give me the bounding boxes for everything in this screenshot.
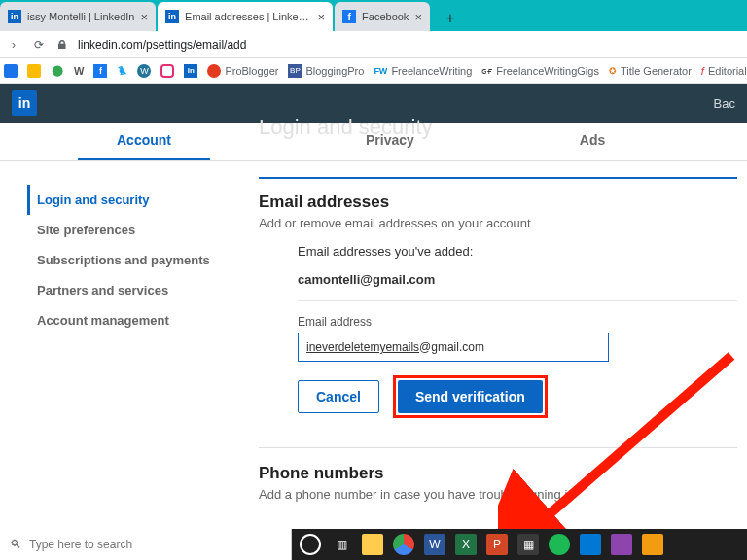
new-tab-button[interactable]: + <box>438 6 463 31</box>
windows-taskbar: 🔍︎ Type here to search ▥ W X P ▦ <box>0 529 747 560</box>
taskbar-tray: ▥ W X P ▦ <box>292 529 747 560</box>
bookmark-item[interactable]: FWFreelanceWriting <box>374 65 472 77</box>
app-icon[interactable] <box>642 534 663 555</box>
cortana-icon[interactable] <box>300 534 321 555</box>
linkedin-icon: in <box>165 10 179 23</box>
email-input-value: ineverdeletemyemails@gmail.com <box>306 340 484 354</box>
sidebar-item-site-prefs[interactable]: Site preferences <box>27 215 243 245</box>
sidebar: Login and security Site preferences Subs… <box>0 161 243 531</box>
phone-title: Phone numbers <box>259 464 737 483</box>
word-icon[interactable]: W <box>424 534 445 555</box>
reload-icon[interactable]: ⟳ <box>31 38 47 52</box>
bookmark-item[interactable]: ProBlogger <box>207 64 278 78</box>
bookmark-item[interactable]: ✪Title Generator <box>609 65 692 77</box>
bookmark-item[interactable]: W <box>137 64 151 78</box>
browser-tab[interactable]: f Facebook × <box>335 2 430 31</box>
forward-icon[interactable]: › <box>6 38 21 52</box>
tab-title: issy Montelli | LinkedIn <box>27 11 134 22</box>
browser-tab-active[interactable]: in Email addresses | LinkedIn × <box>158 2 333 31</box>
sidebar-item-subscriptions[interactable]: Subscriptions and payments <box>27 245 243 275</box>
section-title: Email addresses <box>259 192 737 212</box>
sidebar-item-partners[interactable]: Partners and services <box>27 275 243 305</box>
existing-email: camontelli@gmail.com <box>298 272 737 287</box>
email-field-label: Email address <box>298 315 737 329</box>
facebook-icon: f <box>342 10 356 23</box>
spotify-icon[interactable] <box>549 534 570 555</box>
taskbar-search[interactable]: 🔍︎ Type here to search <box>0 529 292 560</box>
bookmark-item[interactable]: BPBloggingPro <box>288 64 364 78</box>
bookmark-item[interactable]: fEditorial <box>701 65 747 77</box>
close-icon[interactable]: × <box>317 10 325 24</box>
tab-account[interactable]: Account <box>78 122 210 160</box>
lock-icon[interactable]: 🔒︎ <box>56 38 68 52</box>
sidebar-item-login-security[interactable]: Login and security <box>27 185 243 215</box>
powerpoint-icon[interactable]: P <box>486 534 508 555</box>
browser-tab[interactable]: in issy Montelli | LinkedIn × <box>0 2 156 31</box>
address-bar: › ⟳ 🔒︎ linkedin.com/psettings/email/add <box>0 31 747 58</box>
bookmark-item[interactable]: f <box>93 64 107 78</box>
bookmark-item[interactable] <box>4 64 18 78</box>
close-icon[interactable]: × <box>414 10 422 24</box>
ghost-heading: Login and security <box>259 115 433 140</box>
bookmarks-bar: ⬤ W f 🐦︎ W in ProBlogger BPBloggingPro F… <box>0 58 747 84</box>
task-view-icon[interactable]: ▥ <box>331 534 352 555</box>
app-icon[interactable] <box>611 534 632 555</box>
excel-icon[interactable]: X <box>455 534 477 555</box>
bookmark-item[interactable] <box>160 64 174 78</box>
sidebar-item-account-mgmt[interactable]: Account management <box>27 305 243 335</box>
app-icon[interactable] <box>580 534 601 555</box>
tab-title: Facebook <box>362 11 409 22</box>
linkedin-logo[interactable]: in <box>12 90 37 116</box>
bookmark-item[interactable]: W <box>74 65 84 77</box>
section-subtitle: Add or remove email addresses on your ac… <box>259 216 737 230</box>
search-icon: 🔍︎ <box>10 538 21 551</box>
bookmark-item[interactable]: 🐦︎ <box>117 65 127 77</box>
calculator-icon[interactable]: ▦ <box>517 534 539 555</box>
email-input[interactable]: ineverdeletemyemails@gmail.com <box>298 332 609 362</box>
url-text[interactable]: linkedin.com/psettings/email/add <box>78 38 246 52</box>
bookmark-item[interactable]: ⬤ <box>51 64 64 78</box>
annotation-highlight: Send verification <box>393 375 548 418</box>
tab-ads[interactable]: Ads <box>541 122 644 160</box>
bookmark-item[interactable]: in <box>184 64 197 78</box>
content-pane: Login and security Email addresses Add o… <box>243 161 747 531</box>
main-area: Login and security Site preferences Subs… <box>0 161 747 531</box>
tab-title: Email addresses | LinkedIn <box>185 11 311 22</box>
chrome-icon[interactable] <box>393 534 414 555</box>
added-label: Email addresses you've added: <box>298 244 737 259</box>
cancel-button[interactable]: Cancel <box>298 380 379 413</box>
explorer-icon[interactable] <box>362 534 383 555</box>
back-link[interactable]: Bac <box>714 96 735 111</box>
search-placeholder: Type here to search <box>29 538 132 551</box>
phone-subtitle: Add a phone number in case you have trou… <box>259 487 737 502</box>
send-verification-button[interactable]: Send verification <box>398 380 543 413</box>
close-icon[interactable]: × <box>140 10 148 24</box>
browser-tab-strip: in issy Montelli | LinkedIn × in Email a… <box>0 0 747 31</box>
bookmark-item[interactable]: ɢғFreelanceWritingGigs <box>481 65 599 77</box>
bookmark-item[interactable] <box>27 64 41 78</box>
linkedin-icon: in <box>8 10 21 23</box>
